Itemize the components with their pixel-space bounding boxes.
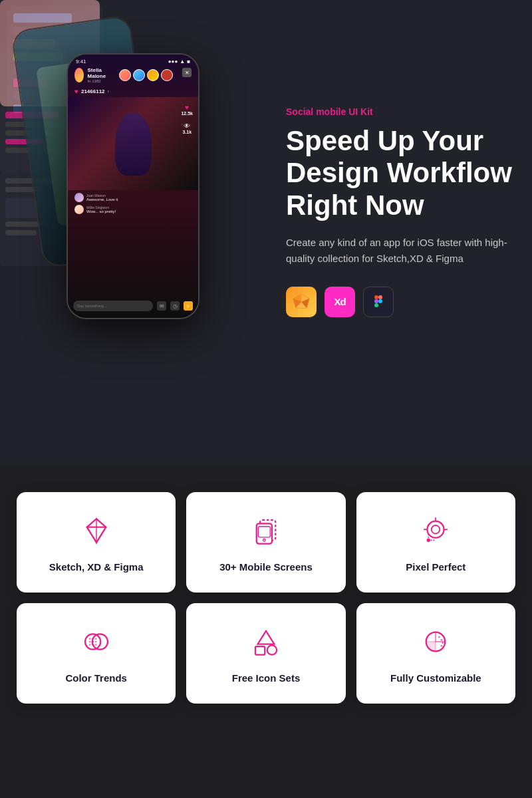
- svg-marker-14: [86, 519, 96, 527]
- heart-icon: ♥: [74, 88, 78, 95]
- feature-label-fully-customizable: Fully Customizable: [390, 672, 481, 684]
- story-avatar-2: [133, 69, 145, 81]
- phone-followers: In 1382: [88, 79, 108, 83]
- feature-label-mobile-screens: 30+ Mobile Screens: [219, 561, 313, 573]
- phone-avatar: [74, 68, 84, 82]
- phone-profile-row: Stella Malone In 1382 ✕: [68, 65, 198, 86]
- fully-customizable-icon: [417, 623, 454, 660]
- phone-main-image: ♥ 12.5k 👁 3.1k: [68, 97, 198, 190]
- diamond-icon: [78, 512, 115, 549]
- phone-username: Stella Malone: [88, 67, 108, 79]
- svg-marker-40: [257, 631, 274, 644]
- feature-card-color-trends: Color Trends: [17, 603, 176, 704]
- svg-marker-15: [96, 519, 106, 527]
- feature-card-sketch-xd-figma: Sketch, XD & Figma: [17, 492, 176, 593]
- svg-point-33: [88, 641, 90, 643]
- color-trends-icon: [78, 623, 115, 660]
- svg-point-46: [442, 642, 444, 644]
- svg-point-35: [94, 641, 96, 643]
- phone-comments: Joan Watson Awesome, Love it Willie Sing…: [68, 190, 198, 217]
- commenter-avatar-1: [74, 193, 84, 202]
- svg-point-41: [267, 645, 277, 654]
- phone-stats: ♥ 12.5k 👁 3.1k: [181, 104, 193, 134]
- story-avatar-3: [147, 69, 159, 81]
- svg-rect-9: [374, 303, 378, 307]
- message-icon[interactable]: ✉: [157, 301, 166, 311]
- features-section: Sketch, XD & Figma 30+ Mobile Screens: [0, 466, 532, 730]
- xd-label: Xd: [334, 296, 345, 307]
- timer-icon[interactable]: ◷: [170, 301, 180, 311]
- svg-point-22: [432, 525, 440, 534]
- sketch-icon[interactable]: [286, 287, 317, 317]
- svg-point-32: [94, 638, 96, 640]
- phone-close-btn[interactable]: ✕: [182, 68, 192, 77]
- story-avatar-1: [119, 69, 131, 81]
- phone-time: 9:41: [76, 59, 86, 65]
- send-icon[interactable]: ⚡: [184, 301, 193, 311]
- svg-rect-6: [374, 295, 378, 299]
- comment-row-1: Joan Watson Awesome, Love it: [74, 193, 192, 202]
- story-avatar-4: [161, 69, 173, 81]
- phone-like-bar: ♥ 21466112 ›: [68, 86, 198, 97]
- phone-message-input[interactable]: Say something...: [73, 301, 153, 311]
- svg-point-26: [427, 539, 430, 542]
- svg-point-45: [441, 639, 443, 641]
- svg-point-44: [438, 636, 440, 638]
- like-count: 21466112: [81, 88, 105, 94]
- mobile-screens-icon: [247, 512, 285, 549]
- commenter-avatar-2: [74, 205, 84, 214]
- comment-row-2: Willie Singleton Wow... so pretty!: [74, 205, 192, 214]
- pixel-perfect-icon: [417, 512, 454, 549]
- feature-label-color-trends: Color Trends: [65, 672, 127, 684]
- feature-label-free-icon-sets: Free Icon Sets: [232, 672, 301, 684]
- figma-icon[interactable]: [363, 287, 394, 317]
- hero-section: 9:41 ●●● ▲ ■ Stella Malone In 1382: [0, 0, 532, 466]
- svg-rect-8: [374, 299, 378, 303]
- feature-card-fully-customizable: Fully Customizable: [356, 603, 515, 704]
- tool-icons-row: Xd: [286, 287, 512, 317]
- comment-text-1: Awesome, Love it: [86, 198, 118, 201]
- features-grid: Sketch, XD & Figma 30+ Mobile Screens: [17, 492, 515, 704]
- phone-status-bar: 9:41 ●●● ▲ ■: [68, 55, 198, 65]
- svg-point-38: [94, 644, 96, 646]
- svg-point-21: [428, 521, 444, 538]
- svg-point-47: [441, 645, 443, 647]
- chevron-icon: ›: [108, 88, 110, 94]
- feature-label-pixel-perfect: Pixel Perfect: [406, 561, 466, 573]
- svg-marker-12: [86, 527, 96, 543]
- stat-likes: ♥ 12.5k: [181, 104, 193, 116]
- svg-rect-42: [255, 646, 265, 655]
- feature-card-pixel-perfect: Pixel Perfect: [356, 492, 515, 593]
- phone-mockup-main: 9:41 ●●● ▲ ■ Stella Malone In 1382: [66, 53, 200, 319]
- feature-card-free-icon-sets: Free Icon Sets: [186, 603, 345, 704]
- svg-point-30: [88, 638, 90, 640]
- free-icon-sets-icon: [247, 623, 285, 660]
- feature-label-sketch-xd-figma: Sketch, XD & Figma: [49, 561, 144, 573]
- xd-icon[interactable]: Xd: [325, 287, 355, 317]
- svg-marker-13: [96, 527, 106, 543]
- feature-card-mobile-screens: 30+ Mobile Screens: [186, 492, 345, 593]
- hero-content: Social mobile UI Kit Speed Up Your Desig…: [286, 106, 512, 317]
- hero-description: Create any kind of an app for iOS faster…: [286, 235, 512, 267]
- svg-point-10: [378, 299, 382, 303]
- phone-input-bar: Say something... ✉ ◷ ⚡: [68, 301, 198, 311]
- input-placeholder-text: Say something...: [77, 304, 107, 308]
- svg-point-36: [88, 644, 90, 646]
- hero-subtitle: Social mobile UI Kit: [286, 106, 512, 117]
- comment-text-2: Wow... so pretty!: [86, 209, 116, 213]
- hero-title: Speed Up Your Design Workflow Right Now: [286, 125, 512, 221]
- stat-views: 👁 3.1k: [182, 122, 192, 134]
- phone-stories-row: [112, 68, 180, 82]
- svg-rect-7: [378, 295, 382, 299]
